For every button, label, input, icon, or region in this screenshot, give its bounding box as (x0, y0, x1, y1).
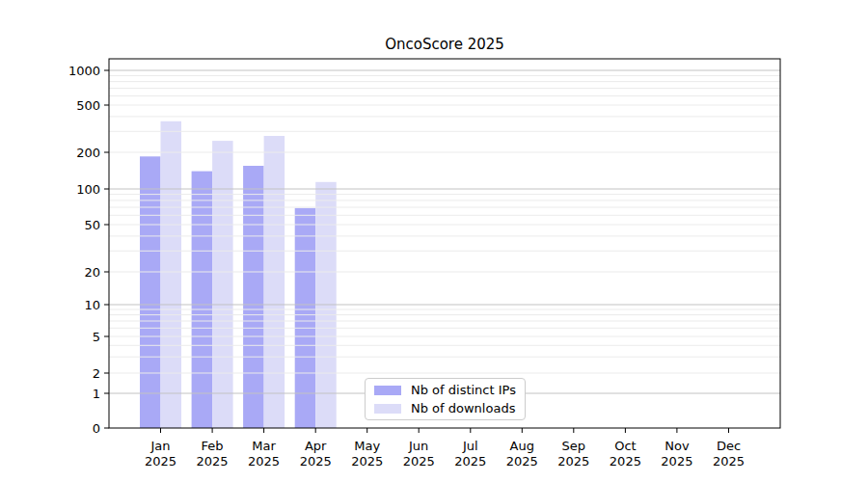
y-tick-label-0: 0 (93, 421, 100, 436)
x-tick-sublabel-apr: 2025 (300, 454, 332, 469)
x-tick-label-apr: Apr (305, 439, 327, 453)
bar-mar-nb-of-downloads (264, 136, 285, 428)
bar-jan-nb-of-downloads (161, 121, 182, 428)
bar-mar-nb-of-distinct-ips (243, 166, 264, 428)
x-tick-sublabel-sep: 2025 (557, 454, 589, 469)
y-tick-label-50: 50 (84, 218, 100, 232)
legend-label-downloads: Nb of downloads (411, 401, 515, 415)
y-tick-label-1000: 1000 (68, 64, 100, 78)
legend-swatch-distinct-ips (374, 386, 401, 395)
y-tick-label-100: 100 (76, 182, 100, 197)
bar-apr-nb-of-distinct-ips (295, 208, 316, 428)
y-tick-label-20: 20 (84, 265, 100, 280)
x-tick-sublabel-aug: 2025 (506, 454, 538, 469)
x-tick-label-sep: Sep (562, 439, 586, 453)
y-tick-label-500: 500 (76, 98, 100, 113)
x-tick-label-aug: Aug (510, 439, 534, 453)
x-tick-label-jul: Jul (462, 439, 478, 453)
y-tick-label-5: 5 (93, 330, 100, 344)
bar-jan-nb-of-distinct-ips (140, 156, 161, 428)
x-tick-sublabel-dec: 2025 (713, 454, 745, 469)
x-tick-label-jan: Jan (149, 439, 170, 453)
legend-swatch-downloads (374, 404, 401, 414)
legend-label-distinct-ips: Nb of distinct IPs (411, 383, 516, 397)
x-tick-sublabel-nov: 2025 (661, 454, 692, 469)
x-tick-sublabel-feb: 2025 (197, 454, 229, 469)
legend-item-downloads: Nb of downloads (374, 401, 516, 415)
x-tick-label-may: May (354, 439, 380, 453)
x-tick-sublabel-jul: 2025 (454, 454, 486, 469)
x-tick-label-mar: Mar (252, 439, 276, 453)
y-tick-label-200: 200 (76, 146, 100, 160)
legend: Nb of distinct IPs Nb of downloads (365, 378, 526, 420)
x-tick-sublabel-jun: 2025 (403, 454, 435, 469)
x-tick-label-nov: Nov (665, 439, 690, 453)
x-tick-label-oct: Oct (614, 439, 636, 453)
x-tick-label-jun: Jun (408, 439, 428, 453)
x-tick-sublabel-mar: 2025 (248, 454, 280, 469)
x-tick-label-dec: Dec (717, 439, 741, 453)
y-tick-label-1: 1 (93, 387, 100, 401)
bar-feb-nb-of-distinct-ips (192, 172, 213, 428)
y-tick-label-10: 10 (84, 298, 100, 312)
x-tick-sublabel-may: 2025 (351, 454, 383, 469)
x-tick-sublabel-jan: 2025 (145, 454, 176, 469)
chart-figure: OncoScore 2025 01251020501002005001000Ja… (0, 0, 868, 482)
x-tick-sublabel-oct: 2025 (610, 454, 641, 469)
y-tick-label-2: 2 (93, 366, 100, 381)
bar-feb-nb-of-downloads (212, 141, 233, 428)
legend-item-distinct-ips: Nb of distinct IPs (374, 383, 516, 397)
x-tick-label-feb: Feb (202, 439, 224, 453)
